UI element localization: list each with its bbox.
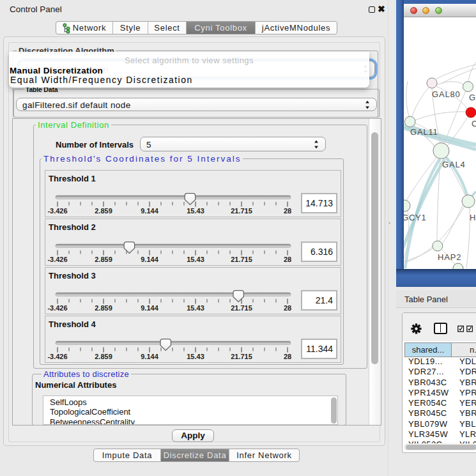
svg-text:9.144: 9.144 [141,256,158,263]
svg-text:2.859: 2.859 [95,207,112,215]
svg-text:HAP2: HAP2 [438,252,461,262]
svg-text:21.715: 21.715 [231,207,252,215]
svg-text:28: 28 [284,304,291,312]
svg-text:15.43: 15.43 [187,353,204,360]
svg-text:9.144: 9.144 [141,207,158,215]
svg-text:9.144: 9.144 [141,353,158,360]
svg-text:28: 28 [284,256,291,263]
svg-text:2.859: 2.859 [95,304,112,312]
svg-text:GAL11: GAL11 [410,127,438,137]
svg-text:-3.426: -3.426 [47,304,67,312]
svg-text:C: C [472,119,476,128]
svg-text:GA: GA [469,93,476,102]
svg-text:28: 28 [284,207,291,215]
svg-text:GCY1: GCY1 [404,213,427,222]
svg-text:2.859: 2.859 [95,353,112,360]
svg-text:21.715: 21.715 [231,353,252,360]
svg-text:H: H [470,213,476,222]
svg-text:28: 28 [284,353,291,360]
svg-text:15.43: 15.43 [187,256,204,263]
svg-text:21.715: 21.715 [231,304,252,312]
svg-text:15.43: 15.43 [187,304,204,312]
svg-text:GAL4: GAL4 [442,160,465,169]
svg-text:2.859: 2.859 [95,256,112,263]
svg-text:-3.426: -3.426 [47,256,67,263]
svg-text:GAL80: GAL80 [432,89,460,99]
svg-text:15.43: 15.43 [187,207,204,215]
svg-text:-3.426: -3.426 [47,353,67,360]
svg-text:9.144: 9.144 [141,304,158,312]
svg-text:21.715: 21.715 [231,256,252,263]
svg-text:-3.426: -3.426 [47,207,67,215]
